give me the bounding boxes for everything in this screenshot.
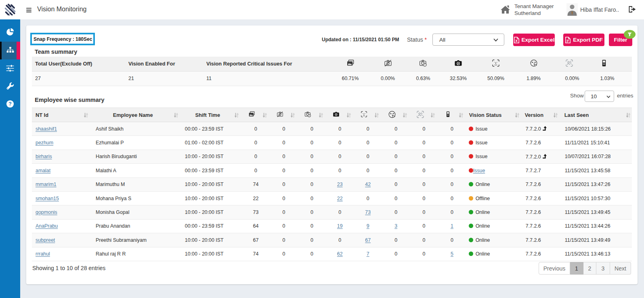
svg-text:?: ? — [8, 101, 12, 107]
